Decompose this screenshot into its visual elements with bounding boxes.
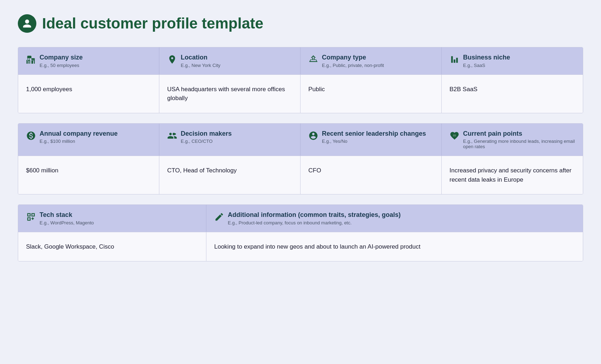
- additional-info-header: Additional information (common traits, s…: [206, 205, 583, 232]
- pain-points-subtitle: E.g., Generating more inbound leads, inc…: [463, 139, 575, 149]
- business-niche-value: B2B SaaS: [442, 74, 583, 113]
- business-niche-subtitle: E.g., SaaS: [463, 63, 510, 68]
- section2-header-row: Annual company revenue E.g., $100 millio…: [18, 124, 583, 156]
- leadership-icon: [308, 131, 318, 142]
- location-subtitle: E.g., New York City: [181, 63, 220, 68]
- decision-makers-subtitle: E.g., CEO/CTO: [181, 139, 232, 144]
- tech-stack-subtitle: E.g., WordPress, Magento: [40, 220, 94, 225]
- section-company-info: Company size E.g., 50 employees Location…: [18, 47, 583, 113]
- company-size-title: Company size: [40, 54, 83, 62]
- business-niche-header: Business niche E.g., SaaS: [442, 47, 583, 74]
- section3-data-row: Slack, Google Workspace, Cisco Looking t…: [18, 232, 583, 261]
- leadership-changes-title: Recent senior leadership changes: [322, 130, 426, 138]
- revenue-value: $600 million: [18, 156, 159, 194]
- svg-rect-1: [29, 57, 30, 58]
- svg-rect-0: [27, 57, 28, 58]
- section1-data-row: 1,000 employees USA headquarters with se…: [18, 74, 583, 113]
- page-header: Ideal customer profile template: [18, 14, 583, 33]
- revenue-header: Annual company revenue E.g., $100 millio…: [18, 124, 159, 156]
- section3-header-row: Tech stack E.g., WordPress, Magento Addi…: [18, 205, 583, 232]
- pain-points-value: Increased privacy and security concerns …: [442, 156, 583, 194]
- company-type-value: Public: [300, 74, 442, 113]
- leadership-changes-value: CFO: [300, 156, 442, 194]
- section-tech-info: Tech stack E.g., WordPress, Magento Addi…: [18, 204, 583, 261]
- additional-info-title: Additional information (common traits, s…: [228, 211, 401, 219]
- tech-stack-title: Tech stack: [40, 211, 94, 219]
- company-type-header: Company type E.g., Public, private, non-…: [300, 47, 442, 74]
- location-header: Location E.g., New York City: [159, 47, 300, 74]
- decision-makers-header: Decision makers E.g., CEO/CTO: [159, 124, 300, 156]
- additional-info-value: Looking to expand into new geos and abou…: [206, 232, 583, 261]
- tech-stack-value: Slack, Google Workspace, Cisco: [18, 232, 206, 261]
- page-title: Ideal customer profile template: [42, 15, 263, 32]
- additional-info-subtitle: E.g., Product-led company, focus on inbo…: [228, 220, 401, 225]
- section1-header-row: Company size E.g., 50 employees Location…: [18, 47, 583, 74]
- pain-points-title: Current pain points: [463, 130, 575, 138]
- company-type-title: Company type: [322, 54, 384, 62]
- tech-icon: [26, 212, 36, 223]
- tech-stack-header: Tech stack E.g., WordPress, Magento: [18, 205, 206, 232]
- leadership-changes-header: Recent senior leadership changes E.g., Y…: [300, 124, 442, 156]
- section-revenue-info: Annual company revenue E.g., $100 millio…: [18, 123, 583, 195]
- company-type-icon: [308, 54, 318, 66]
- pain-icon: [450, 131, 459, 142]
- revenue-title: Annual company revenue: [40, 130, 118, 138]
- decision-makers-value: CTO, Head of Technology: [159, 156, 300, 194]
- person-icon: [18, 14, 36, 33]
- section2-data-row: $600 million CTO, Head of Technology CFO…: [18, 156, 583, 194]
- revenue-subtitle: E.g., $100 million: [40, 139, 118, 144]
- leadership-changes-subtitle: E.g., Yes/No: [322, 139, 426, 144]
- business-niche-title: Business niche: [463, 54, 510, 62]
- company-size-header: Company size E.g., 50 employees: [18, 47, 159, 74]
- company-type-subtitle: E.g., Public, private, non-profit: [322, 63, 384, 68]
- svg-rect-3: [29, 59, 30, 59]
- company-size-value: 1,000 employees: [18, 74, 159, 113]
- decision-makers-title: Decision makers: [181, 130, 232, 138]
- decision-icon: [167, 131, 177, 142]
- info-icon: [214, 212, 224, 223]
- location-icon: [167, 54, 177, 66]
- svg-point-4: [174, 133, 176, 135]
- pain-points-header: Current pain points E.g., Generating mor…: [442, 124, 583, 156]
- revenue-icon: [26, 131, 36, 142]
- building-icon: [26, 54, 36, 66]
- chart-icon: [450, 54, 459, 66]
- location-value: USA headquarters with several more offic…: [159, 74, 300, 113]
- company-size-subtitle: E.g., 50 employees: [40, 63, 83, 68]
- svg-rect-2: [27, 59, 28, 59]
- location-title: Location: [181, 54, 220, 62]
